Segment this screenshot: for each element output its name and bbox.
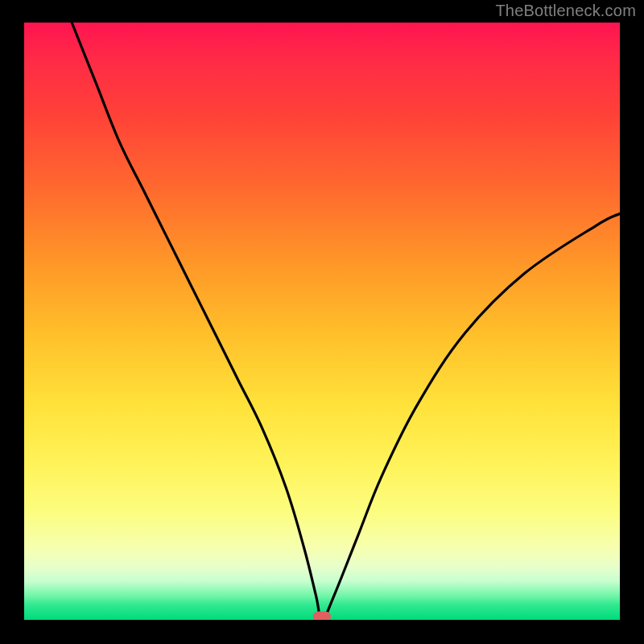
chart-frame: TheBottleneck.com bbox=[0, 0, 644, 644]
curve-svg bbox=[24, 23, 620, 620]
attribution-text: TheBottleneck.com bbox=[495, 2, 636, 20]
bottleneck-curve bbox=[72, 23, 620, 620]
optimal-marker bbox=[313, 612, 331, 621]
plot-area bbox=[24, 23, 620, 620]
